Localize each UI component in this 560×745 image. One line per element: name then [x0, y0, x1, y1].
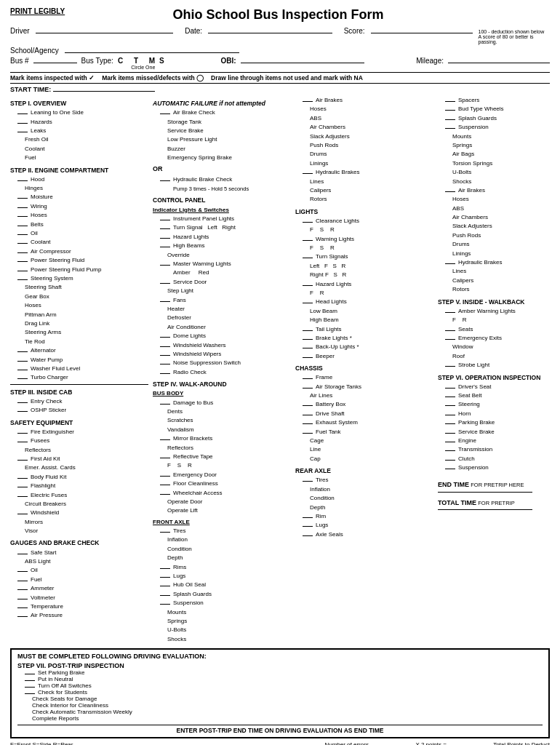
- gauges-title: GAUGES AND BRAKE CHECK: [10, 538, 148, 548]
- column-1: STEP I. OVERVIEW Leaning to One Side Haz…: [10, 96, 148, 644]
- x2-label: X 2 points =: [415, 741, 446, 745]
- safety-title: SAFETY EQUIPMENT: [10, 418, 148, 428]
- auto-title: AUTOMATIC FAILURE if not attempted: [153, 99, 291, 108]
- bus-label: Bus #: [10, 57, 29, 65]
- rear-axle-title: REAR AXLE: [295, 466, 433, 476]
- score-note1: 100 - deduction shown below: [479, 29, 550, 34]
- step1-title: STEP I. OVERVIEW: [10, 99, 148, 108]
- column-3: Air Brakes Hoses ABS Air Chambers Slack …: [295, 96, 433, 644]
- end-time-label: END TIME: [438, 481, 469, 488]
- step7-title: STEP VII. POST-TRIP INSPECTION: [17, 662, 132, 669]
- step5-title: STEP V. INSIDE - WALKBACK: [438, 298, 560, 307]
- chassis-title: CHASSIS: [295, 364, 433, 373]
- or-label: OR: [153, 164, 291, 175]
- circle-one: Circle One: [131, 65, 155, 70]
- bus-body-title: BUS BODY: [153, 389, 291, 398]
- score-label: Score:: [344, 27, 365, 35]
- score-note2: A score of 80 or better is passing.: [479, 34, 550, 44]
- bottom-box: MUST BE COMPLETED FOLLOWING DRIVING EVAL…: [10, 648, 550, 738]
- date-label: Date:: [185, 27, 202, 35]
- total-label: Total Points to Deduct: [493, 741, 550, 745]
- end-time-note: FOR PRETRIP HERE: [471, 482, 524, 488]
- step2-title: STEP II. ENGINE COMPARTMENT: [10, 166, 148, 175]
- indicator-title: Indicator Lights & Switches: [153, 206, 291, 215]
- obi-label: OBI:: [220, 57, 236, 65]
- bus-types: C T MS: [118, 57, 169, 65]
- column-4: Spacers Bud Type Wheels Splash Guards Su…: [438, 96, 560, 644]
- driver-label: Driver: [10, 27, 30, 35]
- step3-title: STEP III. INSIDE CAB: [10, 388, 148, 397]
- start-time-label: START TIME:: [10, 86, 51, 93]
- lights-title: LIGHTS: [295, 207, 433, 217]
- mileage-label: Mileage:: [416, 57, 444, 65]
- page-title: Ohio School Bus Inspection Form: [65, 7, 492, 23]
- must-complete: MUST BE COMPLETED FOLLOWING DRIVING EVAL…: [17, 653, 543, 660]
- enter-note: ENTER POST-TRIP END TIME ON DRIVING EVAL…: [17, 725, 543, 734]
- mark-defect: Mark items missed/defects with ◯: [102, 74, 204, 81]
- step4-title: STEP IV. WALK-AROUND: [153, 380, 291, 389]
- total-time-note: FOR PRETRIP: [478, 500, 514, 506]
- errors-label: Number of errors: [324, 741, 368, 745]
- print-legibly: PRINT LEGIBLY: [10, 7, 65, 15]
- mark-check: Mark items inspected with ✓: [10, 74, 95, 81]
- mark-na: Draw line through items not used and mar…: [211, 74, 363, 81]
- bus-type-label: Bus Type:: [81, 57, 113, 65]
- legend: F=Front S=Side R=Rear: [10, 741, 108, 745]
- step6-title: STEP VI. OPERATION INSPECTION: [438, 373, 560, 383]
- column-2: AUTOMATIC FAILURE if not attempted Air B…: [153, 96, 291, 644]
- control-title: CONTROL PANEL: [153, 196, 291, 205]
- front-axle-title: FRONT AXLE: [153, 518, 291, 527]
- school-label: School/Agency: [10, 47, 59, 55]
- total-time-label: TOTAL TIME: [438, 499, 476, 506]
